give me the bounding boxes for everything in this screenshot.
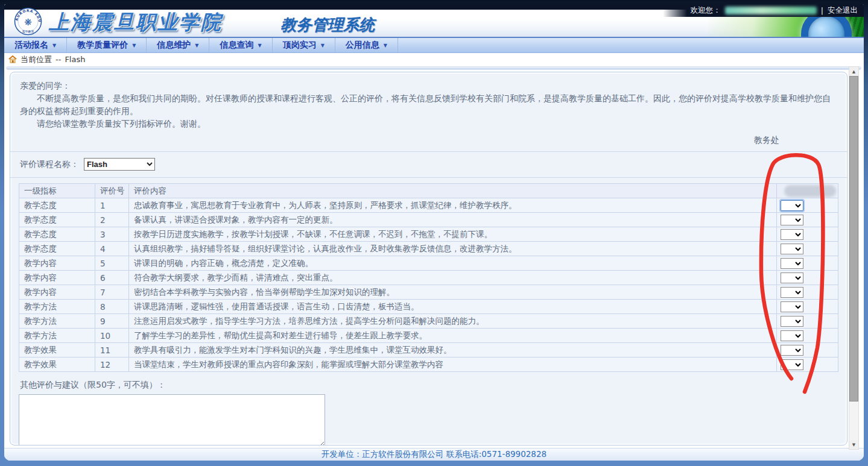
score-select[interactable]: [781, 258, 803, 269]
table-row: 教学方法 8 讲课思路清晰，逻辑性强，使用普通话授课，语言生动，口齿清楚，板书适…: [19, 300, 838, 314]
score-select[interactable]: [781, 359, 803, 370]
nav-item[interactable]: 活动报名 ▼: [4, 38, 67, 52]
school-logo: AURORA EDUCATION ❋ 震旦教育: [14, 7, 42, 37]
col-header-content: 评价内容: [129, 184, 777, 198]
breadcrumb: 当前位置 -- Flash: [4, 53, 864, 66]
cell-score: [777, 285, 838, 300]
breadcrumb-current-page: Flash: [65, 55, 85, 64]
divider: [10, 151, 847, 152]
score-select[interactable]: [781, 301, 803, 312]
col-header-indicator: 一级指标: [19, 184, 95, 198]
cell-content: 符合教学大纲要求，教学少而精，讲清难点，突出重点。: [129, 271, 777, 285]
chevron-down-icon: ▼: [384, 43, 387, 48]
cell-score: [777, 343, 838, 357]
cell-category: 教学内容: [19, 271, 95, 285]
cell-score: [777, 213, 838, 227]
scroll-down-button[interactable]: ▼: [849, 440, 858, 449]
home-icon: [8, 55, 17, 63]
table-row: 教学态度 2 备课认真，讲课适合授课对象，教学内容有一定的更新。: [19, 213, 838, 227]
nav-item[interactable]: 教学质量评价 ▼: [67, 38, 147, 52]
divider: [6, 66, 861, 70]
username-redacted: [725, 7, 817, 14]
intro-signature: 教务处: [20, 134, 837, 146]
comments-textarea[interactable]: [19, 394, 325, 446]
score-select[interactable]: [781, 272, 803, 283]
page: { "window_bar": { "welcome_label": "欢迎您：…: [0, 0, 868, 466]
cell-score: [777, 314, 838, 329]
cell-score: [777, 271, 838, 285]
redacted-header-blob: [784, 185, 836, 197]
score-select[interactable]: [781, 316, 803, 327]
chevron-down-icon: ▼: [52, 43, 56, 48]
nav-item-label: 信息查询: [220, 40, 253, 51]
score-select[interactable]: [781, 215, 803, 225]
cell-number: 3: [95, 227, 129, 242]
cell-number: 8: [95, 300, 129, 314]
score-select[interactable]: [781, 287, 803, 298]
cell-score: [777, 329, 838, 343]
cell-content: 按教学日历进度实施教学，按教学计划授课，不缺课，不任意调课，不迟到，不拖堂，不提…: [129, 227, 777, 242]
course-select[interactable]: Flash: [84, 158, 155, 171]
footer: 开发单位：正方软件股份有限公司 联系电话:0571-89902828: [4, 448, 864, 461]
cell-category: 教学态度: [19, 198, 95, 213]
vertical-scrollbar[interactable]: ▲ ▼: [849, 66, 859, 450]
cell-number: 4: [95, 242, 129, 256]
score-select[interactable]: [781, 345, 803, 356]
main-nav: 活动报名 ▼ 教学质量评价 ▼ 信息维护 ▼ 信息查询 ▼ 顶岗实习 ▼ 公用信…: [4, 37, 864, 53]
intro-paragraph-1: 不断提高教学质量，是您和我们共同的期盼。对任课教师的授课和课程进行客观、公正的评…: [20, 92, 837, 118]
cell-content: 密切结合本学科教学与实验内容，恰当举例帮助学生加深对知识的理解。: [129, 285, 777, 300]
system-title: 教务管理系统: [280, 14, 375, 36]
cell-number: 12: [95, 357, 129, 372]
cell-number: 6: [95, 271, 129, 285]
intro-salutation: 亲爱的同学：: [20, 80, 837, 92]
cell-number: 10: [95, 329, 129, 343]
cell-content: 教学具有吸引力，能激发学生对本门学科知识的兴趣，学生思维集中，课堂互动效果好。: [129, 343, 777, 357]
cell-number: 2: [95, 213, 129, 227]
chevron-down-icon: ▼: [132, 43, 136, 48]
welcome-label: 欢迎您：: [691, 5, 721, 16]
cell-content: 备课认真，讲课适合授课对象，教学内容有一定的更新。: [129, 213, 777, 227]
table-row: 教学方法 9 注意运用启发式教学，指导学生学习方法，培养思维方法，提高学生分析问…: [19, 314, 838, 329]
nav-item-label: 公用信息: [346, 40, 379, 51]
col-header-number: 评价号: [95, 184, 129, 198]
table-row: 教学态度 3 按教学日历进度实施教学，按教学计划授课，不缺课，不任意调课，不迟到…: [19, 227, 838, 242]
nav-item-label: 活动报名: [14, 40, 48, 51]
cell-content: 讲课目的明确，内容正确，概念清楚，定义准确。: [129, 256, 777, 271]
nav-item[interactable]: 公用信息 ▼: [335, 38, 398, 52]
score-select[interactable]: [781, 244, 803, 254]
logout-link[interactable]: 安全退出: [828, 5, 858, 16]
cell-category: 教学方法: [19, 300, 95, 314]
header: 欢迎您： | 安全退出 AURORA EDUCATION ❋ 震旦教育 上海震旦…: [4, 4, 864, 37]
cell-score: [777, 357, 838, 372]
cell-category: 教学效果: [19, 357, 95, 372]
cell-category: 教学态度: [19, 213, 95, 227]
scrollbar-thumb[interactable]: [849, 76, 858, 401]
cell-number: 7: [95, 285, 129, 300]
score-select[interactable]: [781, 229, 803, 240]
school-name: 上海震旦职业学院: [49, 9, 223, 36]
cell-content: 忠诚教育事业，寓思想教育于专业教育中，为人师表，坚持原则，严格要求，抓课堂纪律，…: [129, 198, 777, 213]
breadcrumb-location-label: 当前位置: [21, 54, 52, 65]
chevron-down-icon: ▼: [258, 43, 261, 48]
cell-number: 1: [95, 198, 129, 213]
cell-content: 当课堂结束，学生对教师授课的重点内容印象深刻，能掌握或理解大部分课堂教学内容: [129, 357, 777, 372]
nav-item[interactable]: 信息查询 ▼: [209, 38, 272, 52]
nav-item-label: 信息维护: [157, 40, 191, 51]
footer-text: 开发单位：正方软件股份有限公司 联系电话:0571-89902828: [322, 449, 546, 460]
score-select[interactable]: [781, 200, 803, 211]
table-row: 教学效果 12 当课堂结束，学生对教师授课的重点内容印象深刻，能掌握或理解大部分…: [19, 357, 838, 372]
nav-item-label: 教学质量评价: [77, 40, 128, 51]
nav-item[interactable]: 信息维护 ▼: [147, 38, 209, 52]
cell-score: [777, 256, 838, 271]
logo-bottom-text: 震旦教育: [22, 30, 34, 34]
cell-content: 注意运用启发式教学，指导学生学习方法，培养思维方法，提高学生分析问题和解决问题的…: [129, 314, 777, 329]
cell-score: [777, 198, 838, 213]
cell-number: 11: [95, 343, 129, 357]
cell-content: 认真组织教学，搞好辅导答疑，组织好课堂讨论，认真批改作业，及时收集教学反馈信息，…: [129, 242, 777, 256]
table-row: 教学内容 7 密切结合本学科教学与实验内容，恰当举例帮助学生加深对知识的理解。: [19, 285, 838, 300]
scroll-up-button[interactable]: ▲: [849, 67, 858, 76]
cell-category: 教学态度: [19, 227, 95, 242]
nav-item[interactable]: 顶岗实习 ▼: [273, 38, 335, 52]
intro-text: 亲爱的同学： 不断提高教学质量，是您和我们共同的期盼。对任课教师的授课和课程进行…: [19, 78, 838, 146]
score-select[interactable]: [781, 330, 803, 341]
